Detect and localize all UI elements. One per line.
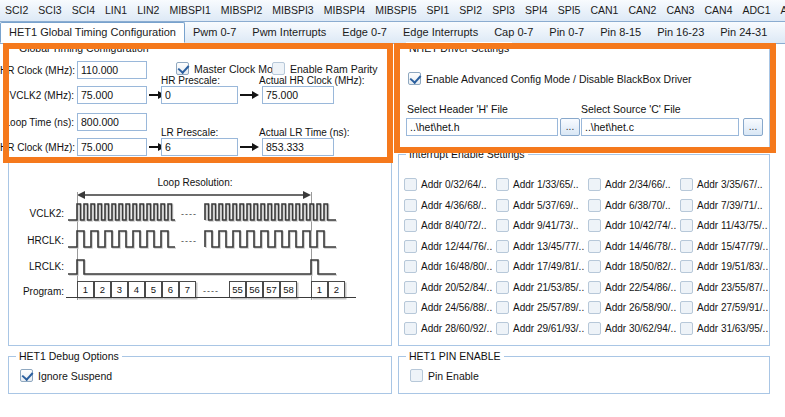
actual-hr-clock-input[interactable] bbox=[262, 86, 334, 104]
source-file-input[interactable] bbox=[581, 118, 739, 136]
addr-checkbox[interactable] bbox=[680, 301, 693, 314]
addr-checkbox[interactable] bbox=[496, 199, 509, 212]
header-file-browse-button[interactable]: ... bbox=[560, 118, 580, 136]
addr-checkbox[interactable] bbox=[404, 199, 417, 212]
addr-checkbox[interactable] bbox=[680, 199, 693, 212]
hr-clock2-input[interactable] bbox=[77, 138, 147, 156]
addr-checkbox[interactable] bbox=[496, 219, 509, 232]
addr-enable-item[interactable]: Addr 12/44/76/.. bbox=[404, 240, 496, 253]
ignore-suspend-row[interactable]: Ignore Suspend bbox=[20, 369, 112, 382]
addr-enable-item[interactable]: Addr 31/63/95/.. bbox=[680, 322, 766, 335]
tab-spi5[interactable]: SPI5 bbox=[553, 0, 586, 21]
addr-enable-item[interactable]: Addr 13/45/77/.. bbox=[496, 240, 588, 253]
addr-enable-item[interactable]: Addr 18/50/82/.. bbox=[588, 260, 680, 273]
addr-enable-item[interactable]: Addr 29/61/93/.. bbox=[496, 322, 588, 335]
tab-mibspi3[interactable]: MIBSPI3 bbox=[267, 0, 318, 21]
tab-mibspi5[interactable]: MIBSPI5 bbox=[370, 0, 421, 21]
addr-checkbox[interactable] bbox=[496, 281, 509, 294]
addr-enable-item[interactable]: Addr 30/62/94/.. bbox=[588, 322, 680, 335]
addr-checkbox[interactable] bbox=[404, 219, 417, 232]
tab-pin-16-23[interactable]: Pin 16-23 bbox=[649, 22, 712, 43]
addr-enable-item[interactable]: Addr 20/52/84/.. bbox=[404, 281, 496, 294]
addr-enable-item[interactable]: Addr 0/32/64/.. bbox=[404, 178, 496, 191]
addr-checkbox[interactable] bbox=[588, 240, 601, 253]
tab-lin1[interactable]: LIN1 bbox=[100, 0, 132, 21]
addr-checkbox[interactable] bbox=[588, 301, 601, 314]
addr-enable-item[interactable]: Addr 2/34/66/.. bbox=[588, 178, 680, 191]
tab-pin-24-31[interactable]: Pin 24-31 bbox=[712, 22, 775, 43]
addr-checkbox[interactable] bbox=[680, 178, 693, 191]
tab-sci2[interactable]: SCI2 bbox=[0, 0, 33, 21]
header-file-input[interactable] bbox=[406, 118, 558, 136]
addr-checkbox[interactable] bbox=[496, 301, 509, 314]
master-clock-mode-row[interactable]: Master Clock Mode bbox=[176, 62, 284, 75]
addr-enable-item[interactable]: Addr 19/51/83/.. bbox=[680, 260, 766, 273]
tab-can2[interactable]: CAN2 bbox=[623, 0, 661, 21]
addr-enable-item[interactable]: Addr 22/54/86/.. bbox=[588, 281, 680, 294]
addr-enable-item[interactable]: Addr 21/53/85/.. bbox=[496, 281, 588, 294]
tab-mibspi1[interactable]: MIBSPI1 bbox=[164, 0, 215, 21]
tab-pwm-0-7[interactable]: Pwm 0-7 bbox=[185, 22, 244, 43]
tab-adc1[interactable]: ADC1 bbox=[737, 0, 775, 21]
hr-clock-input[interactable] bbox=[77, 61, 147, 79]
addr-enable-item[interactable]: Addr 8/40/72/.. bbox=[404, 219, 496, 232]
lr-prescale-input[interactable] bbox=[161, 138, 238, 156]
loop-time-input[interactable] bbox=[77, 113, 147, 131]
addr-checkbox[interactable] bbox=[404, 301, 417, 314]
addr-checkbox[interactable] bbox=[680, 322, 693, 335]
addr-enable-item[interactable]: Addr 14/46/78/.. bbox=[588, 240, 680, 253]
tab-spi3[interactable]: SPI3 bbox=[487, 0, 520, 21]
addr-checkbox[interactable] bbox=[588, 199, 601, 212]
hr-prescale-input[interactable] bbox=[161, 86, 238, 104]
tab-sci3[interactable]: SCI3 bbox=[33, 0, 66, 21]
addr-checkbox[interactable] bbox=[496, 260, 509, 273]
addr-enable-item[interactable]: Addr 10/42/74/.. bbox=[588, 219, 680, 232]
master-clock-mode-checkbox[interactable] bbox=[176, 62, 189, 75]
addr-enable-item[interactable]: Addr 11/43/75/.. bbox=[680, 219, 766, 232]
tab-cap-0-7[interactable]: Cap 0-7 bbox=[486, 22, 541, 43]
tab-spi1[interactable]: SPI1 bbox=[422, 0, 455, 21]
tab-pwm-interrupts[interactable]: Pwm Interrupts bbox=[244, 22, 334, 43]
addr-enable-item[interactable]: Addr 3/35/67/.. bbox=[680, 178, 766, 191]
addr-enable-item[interactable]: Addr 27/59/91/.. bbox=[680, 301, 766, 314]
addr-checkbox[interactable] bbox=[588, 322, 601, 335]
addr-enable-item[interactable]: Addr 4/36/68/.. bbox=[404, 199, 496, 212]
addr-checkbox[interactable] bbox=[588, 281, 601, 294]
tab-pin-8-15[interactable]: Pin 8-15 bbox=[592, 22, 649, 43]
tab-can4[interactable]: CAN4 bbox=[699, 0, 737, 21]
tab-het1-global-timing-configuration[interactable]: HET1 Global Timing Configuration bbox=[0, 22, 185, 43]
advanced-config-checkbox[interactable] bbox=[408, 72, 421, 85]
advanced-config-row[interactable]: Enable Advanced Config Mode / Disable Bl… bbox=[408, 72, 692, 85]
addr-checkbox[interactable] bbox=[404, 260, 417, 273]
addr-enable-item[interactable]: Addr 17/49/81/.. bbox=[496, 260, 588, 273]
vclk2-input[interactable] bbox=[77, 86, 147, 104]
pin-enable-row[interactable]: Pin Enable bbox=[410, 369, 479, 382]
addr-checkbox[interactable] bbox=[496, 178, 509, 191]
addr-checkbox[interactable] bbox=[680, 260, 693, 273]
addr-checkbox[interactable] bbox=[496, 240, 509, 253]
enable-ram-parity-row[interactable]: Enable Ram Parity bbox=[272, 62, 378, 75]
tab-pin-0-7[interactable]: Pin 0-7 bbox=[541, 22, 592, 43]
addr-enable-item[interactable]: Addr 15/47/79/.. bbox=[680, 240, 766, 253]
actual-lr-time-input[interactable] bbox=[262, 138, 334, 156]
tab-can3[interactable]: CAN3 bbox=[661, 0, 699, 21]
tab-can1[interactable]: CAN1 bbox=[585, 0, 623, 21]
addr-enable-item[interactable]: Addr 9/41/73/.. bbox=[496, 219, 588, 232]
addr-enable-item[interactable]: Addr 6/38/70/.. bbox=[588, 199, 680, 212]
source-file-browse-button[interactable]: ... bbox=[743, 118, 763, 136]
ignore-suspend-checkbox[interactable] bbox=[20, 369, 33, 382]
addr-checkbox[interactable] bbox=[588, 260, 601, 273]
tab-spi4[interactable]: SPI4 bbox=[520, 0, 553, 21]
tab-sci4[interactable]: SCI4 bbox=[67, 0, 100, 21]
tab-mibspi2[interactable]: MIBSPI2 bbox=[216, 0, 267, 21]
addr-checkbox[interactable] bbox=[404, 281, 417, 294]
addr-checkbox[interactable] bbox=[680, 281, 693, 294]
addr-enable-item[interactable]: Addr 16/48/80/.. bbox=[404, 260, 496, 273]
addr-checkbox[interactable] bbox=[404, 240, 417, 253]
tab-edge-0-7[interactable]: Edge 0-7 bbox=[334, 22, 395, 43]
addr-enable-item[interactable]: Addr 25/57/89/.. bbox=[496, 301, 588, 314]
tab-spi2[interactable]: SPI2 bbox=[454, 0, 487, 21]
addr-checkbox[interactable] bbox=[588, 219, 601, 232]
addr-enable-item[interactable]: Addr 7/39/71/.. bbox=[680, 199, 766, 212]
addr-checkbox[interactable] bbox=[680, 240, 693, 253]
